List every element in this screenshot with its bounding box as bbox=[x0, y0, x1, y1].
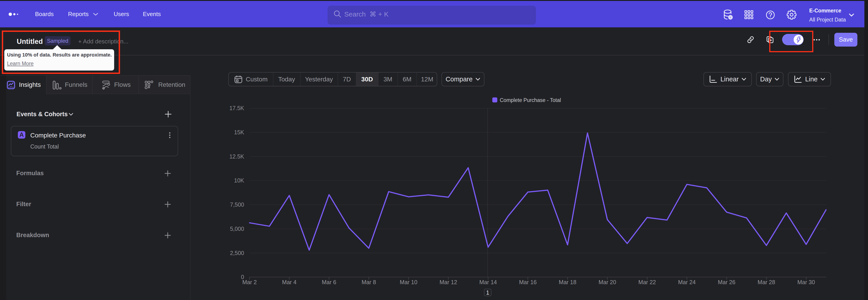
svg-text:Mar 8: Mar 8 bbox=[362, 279, 376, 285]
svg-text:12.5K: 12.5K bbox=[229, 153, 244, 160]
svg-text:Mar 18: Mar 18 bbox=[559, 279, 577, 285]
svg-text:Mar 12: Mar 12 bbox=[439, 279, 457, 285]
svg-text:7,500: 7,500 bbox=[230, 202, 244, 208]
svg-text:17.5K: 17.5K bbox=[229, 105, 244, 111]
svg-text:Mar 22: Mar 22 bbox=[638, 279, 656, 285]
svg-text:2,500: 2,500 bbox=[230, 250, 244, 256]
svg-text:Mar 14: Mar 14 bbox=[479, 279, 497, 285]
svg-text:15K: 15K bbox=[234, 129, 244, 136]
svg-text:Mar 26: Mar 26 bbox=[718, 279, 736, 285]
svg-text:10K: 10K bbox=[234, 177, 244, 184]
svg-text:Mar 4: Mar 4 bbox=[282, 279, 297, 285]
svg-text:Mar 6: Mar 6 bbox=[322, 279, 336, 285]
svg-text:Mar 28: Mar 28 bbox=[758, 279, 775, 285]
svg-text:5,000: 5,000 bbox=[230, 226, 244, 232]
svg-text:Mar 30: Mar 30 bbox=[797, 279, 815, 285]
svg-text:Mar 2: Mar 2 bbox=[242, 279, 257, 285]
svg-text:Mar 24: Mar 24 bbox=[678, 279, 696, 285]
svg-text:Mar 10: Mar 10 bbox=[400, 279, 417, 285]
svg-text:Mar 20: Mar 20 bbox=[598, 279, 616, 285]
svg-text:Mar 16: Mar 16 bbox=[519, 279, 537, 285]
